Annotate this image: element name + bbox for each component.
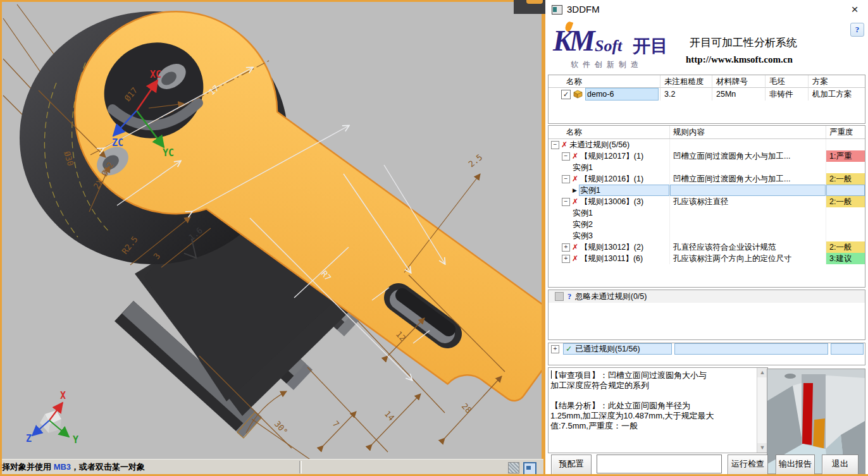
rule-row[interactable]: −✗【规则12016】(1)凹槽立面间过渡圆角大小与加工...2:一般 bbox=[549, 173, 865, 185]
expand-icon[interactable]: + bbox=[562, 243, 570, 252]
detail-scrollbar[interactable]: ▲ ▼ bbox=[757, 368, 767, 453]
rule-name[interactable]: 【规则13012】(2) bbox=[580, 241, 643, 253]
ignored-rules-section: ? 忽略未通过规则(0/5) bbox=[548, 290, 865, 340]
collapse-icon[interactable]: − bbox=[562, 198, 570, 206]
check-icon: ✓ bbox=[566, 343, 572, 355]
status-divider bbox=[299, 461, 302, 473]
logo-km: KM bbox=[553, 24, 592, 58]
severity-badge: 2:一般 bbox=[826, 196, 865, 207]
part-plan: 机加工方案 bbox=[808, 88, 865, 101]
rule-name[interactable]: 实例1 bbox=[573, 162, 593, 173]
detail-text[interactable]: 【审查项目】：凹槽立面间过渡圆角大小与加工深度应符合规定的系列 【结果分析】：此… bbox=[550, 370, 754, 431]
collapse-icon[interactable]: − bbox=[562, 152, 570, 161]
severity-badge bbox=[826, 207, 865, 219]
exit-button[interactable]: 退出 bbox=[822, 455, 859, 475]
col-severity[interactable]: 严重度 bbox=[826, 126, 865, 138]
expand-icon[interactable]: + bbox=[551, 345, 559, 353]
dialog-title: 3DDFM bbox=[567, 4, 600, 15]
rule-row[interactable]: −✗未通过规则(5/56) bbox=[549, 139, 865, 150]
close-icon[interactable]: × bbox=[846, 1, 863, 18]
fail-x-icon: ✗ bbox=[561, 139, 567, 150]
col-name[interactable]: 名称 bbox=[549, 75, 660, 88]
axis-label: Y bbox=[73, 434, 78, 446]
axis-label: YC bbox=[163, 147, 174, 159]
rule-name[interactable]: 实例3 bbox=[573, 230, 593, 241]
rule-name[interactable]: 实例2 bbox=[573, 219, 593, 230]
output-report-button[interactable]: 输出报告 bbox=[776, 455, 815, 475]
rule-name[interactable]: 【规则13006】(3) bbox=[580, 196, 643, 207]
rule-name-cell: 实例1 bbox=[549, 207, 669, 219]
rule-content: 孔直径应该符合企业设计规范 bbox=[669, 241, 826, 253]
severity-badge bbox=[826, 230, 865, 241]
part-checkbox[interactable]: ✓ bbox=[561, 90, 571, 99]
rule-name[interactable]: 实例1 bbox=[573, 207, 593, 219]
severity-badge bbox=[826, 139, 865, 150]
detail-line: 加工深度应符合规定的系列 bbox=[550, 381, 754, 391]
rule-instance-row[interactable]: 实例1 bbox=[549, 207, 865, 219]
rule-name-cell: −✗【规则12017】(1) bbox=[549, 150, 669, 162]
rule-instance-row[interactable]: 实例2 bbox=[549, 219, 865, 230]
scroll-down-icon[interactable]: ▼ bbox=[757, 443, 767, 453]
logo-kaimu: 开目 bbox=[633, 34, 668, 58]
detail-panel: 【审查项目】：凹槽立面间过渡圆角大小与加工深度应符合规定的系列 【结果分析】：此… bbox=[548, 367, 768, 453]
part-row[interactable]: ✓ demo-6 3.2 25Mn 非铸件 机加工方案 bbox=[549, 88, 865, 101]
passed-rules-section: + ✓ 已通过规则(51/56) bbox=[548, 343, 865, 365]
detail-line: 【审查项目】：凹槽立面间过渡圆角大小与 bbox=[550, 370, 754, 381]
rule-row[interactable]: +✗【规则13012】(2)孔直径应该符合企业设计规范2:一般 bbox=[549, 241, 865, 253]
rule-row[interactable]: −✗【规则13006】(3)孔应该标注直径2:一般 bbox=[549, 196, 865, 207]
status-bar: 择对象并使用 MB3，或者双击某一对象 bbox=[2, 459, 543, 475]
rule-name[interactable]: 【规则13011】(6) bbox=[580, 253, 643, 264]
rule-name[interactable]: 【规则12016】(1) bbox=[580, 173, 643, 185]
rule-name-cell: ▶实例1 bbox=[549, 185, 669, 196]
app-url[interactable]: http://www.kmsoft.com.cn bbox=[686, 54, 793, 65]
collapse-icon[interactable]: − bbox=[551, 141, 559, 149]
col-rule-content[interactable]: 规则内容 bbox=[669, 126, 826, 138]
scroll-up-icon[interactable]: ▲ bbox=[757, 368, 767, 377]
rule-instance-row[interactable]: ▶实例1 bbox=[549, 185, 865, 196]
ignored-checkbox[interactable] bbox=[555, 292, 564, 301]
collapse-icon[interactable]: − bbox=[562, 175, 570, 183]
window-icon[interactable] bbox=[523, 462, 536, 475]
preconfig-button[interactable]: 预配置 bbox=[551, 455, 592, 475]
rules-table-header: 名称 规则内容 严重度 bbox=[549, 126, 865, 139]
rule-name-cell: −✗【规则12016】(1) bbox=[549, 173, 669, 185]
col-roughness[interactable]: 未注粗糙度 bbox=[660, 75, 712, 88]
part-name[interactable]: demo-6 bbox=[585, 88, 659, 101]
rule-name-cell: 实例3 bbox=[549, 230, 669, 241]
dialog-titlebar[interactable]: 3DDFM × bbox=[545, 0, 868, 19]
rule-content bbox=[669, 139, 826, 150]
run-check-button[interactable]: 运行检查 bbox=[728, 455, 768, 475]
cad-viewport-window: 2.517Ø17Ø302X Ø12R2.531.6R7121472830°XCY… bbox=[0, 0, 545, 476]
texture-icon[interactable] bbox=[508, 462, 519, 473]
rule-name[interactable]: 实例1 bbox=[579, 185, 669, 196]
screen: 2.517Ø17Ø302X Ø12R2.531.6R7121472830°XCY… bbox=[0, 0, 868, 476]
col-blank[interactable]: 毛坯 bbox=[765, 75, 808, 88]
rule-row[interactable]: −✗【规则12017】(1)凹槽立面间过渡圆角大小与加工...1:严重 bbox=[549, 150, 865, 162]
cad-canvas[interactable]: 2.517Ø17Ø302X Ø12R2.531.6R7121472830°XCY… bbox=[2, 2, 542, 459]
severity-badge bbox=[826, 162, 865, 173]
axis-label: X bbox=[60, 390, 66, 401]
severity-badge bbox=[826, 219, 865, 230]
rule-instance-row[interactable]: 实例1 bbox=[549, 162, 865, 173]
fail-x-icon: ✗ bbox=[572, 253, 578, 264]
detail-line: 值:7.5mm,严重度：一般 bbox=[550, 421, 754, 431]
rule-name[interactable]: 未通过规则(5/56) bbox=[569, 139, 629, 150]
passed-rules-row[interactable]: + ✓ 已通过规则(51/56) bbox=[549, 343, 865, 355]
col-rule-name[interactable]: 名称 bbox=[549, 126, 669, 138]
rule-name[interactable]: 【规则12017】(1) bbox=[580, 150, 643, 162]
part-blank: 非铸件 bbox=[765, 88, 808, 101]
part-material: 25Mn bbox=[712, 88, 765, 101]
highlight-face-red bbox=[802, 383, 813, 445]
col-plan[interactable]: 方案 bbox=[808, 75, 865, 88]
dfm-dialog: 3DDFM × ? KM Soft 开目 软件创新制造 开目可加工性分析系统 h… bbox=[545, 0, 868, 474]
col-material[interactable]: 材料牌号 bbox=[712, 75, 765, 88]
command-input[interactable] bbox=[597, 455, 722, 473]
detail-line: 1.25mm,加工深度为10.487mm,大于规定最大 bbox=[550, 411, 754, 421]
ignored-rules-row[interactable]: ? 忽略未通过规则(0/5) bbox=[549, 290, 865, 303]
rule-instance-row[interactable]: 实例3 bbox=[549, 230, 865, 241]
window-corner-tab bbox=[514, 0, 545, 14]
rules-table: 名称 规则内容 严重度 −✗未通过规则(5/56)−✗【规则12017】(1)凹… bbox=[548, 125, 865, 288]
expand-icon[interactable]: + bbox=[562, 255, 570, 263]
cad-scene: 2.517Ø17Ø302X Ø12R2.531.6R7121472830°XCY… bbox=[2, 2, 542, 459]
rule-row[interactable]: +✗【规则13011】(6)孔应该标注两个方向上的定位尺寸3:建议 bbox=[549, 253, 865, 264]
